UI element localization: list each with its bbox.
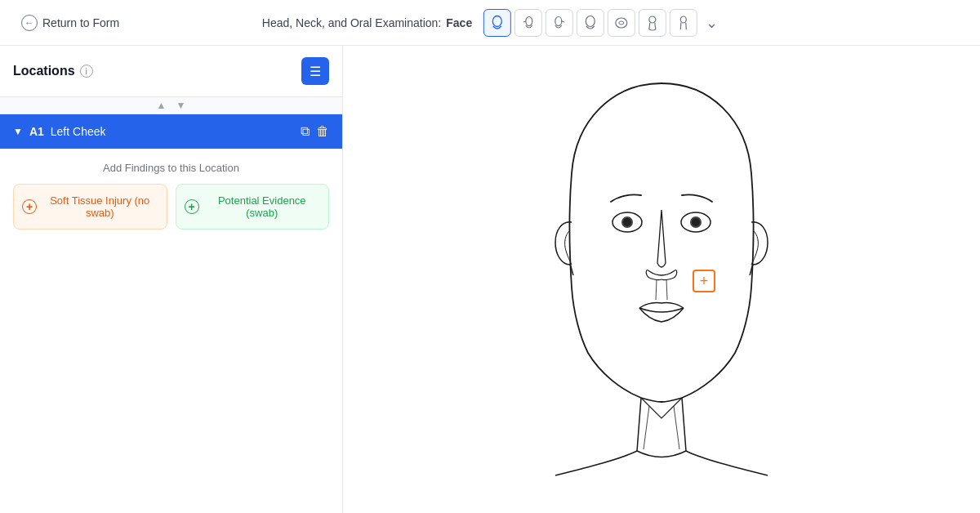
view-icons	[483, 9, 697, 37]
potential-evidence-plus-icon: +	[185, 199, 199, 214]
locations-title: Locations	[13, 64, 75, 78]
svg-point-15	[692, 218, 700, 226]
svg-point-8	[649, 16, 656, 23]
location-marker-a1[interactable]: +	[693, 270, 715, 292]
return-icon: ←	[21, 15, 38, 31]
sidebar-header: Locations i ☰	[0, 46, 342, 97]
header-center: Head, Neck, and Oral Examination: Face	[262, 9, 718, 37]
view-face-button[interactable]	[483, 9, 511, 37]
findings-buttons: + Soft Tissue Injury (no swab) + Potenti…	[13, 184, 329, 230]
potential-evidence-label: Potential Evidence (swab)	[204, 194, 321, 219]
sidebar: Locations i ☰ ▲ ▼ ▼ A1 Left Cheek ⧉ 🗑 Ad…	[0, 46, 343, 513]
svg-point-1	[526, 16, 532, 25]
svg-point-12	[623, 218, 631, 226]
sidebar-header-left: Locations i	[13, 64, 93, 78]
location-id: A1	[29, 125, 44, 138]
view-side-left-button[interactable]	[514, 9, 542, 37]
soft-tissue-plus-icon: +	[22, 199, 37, 214]
svg-point-0	[493, 16, 502, 26]
exam-label: Face	[446, 16, 472, 29]
svg-point-3	[555, 16, 562, 25]
soft-tissue-injury-button[interactable]: + Soft Tissue Injury (no swab)	[13, 184, 167, 230]
marker-symbol: +	[700, 273, 709, 290]
location-item-a1[interactable]: ▼ A1 Left Cheek ⧉ 🗑	[0, 114, 342, 149]
svg-point-9	[681, 16, 687, 23]
scroll-up-button[interactable]: ▲	[157, 100, 167, 111]
location-name: Left Cheek	[51, 125, 106, 138]
return-label: Return to Form	[42, 16, 119, 29]
location-chevron-icon: ▼	[13, 126, 23, 137]
info-icon: i	[80, 65, 93, 78]
view-neck-front-button[interactable]	[639, 9, 666, 37]
scroll-controls: ▲ ▼	[0, 97, 342, 114]
svg-point-7	[619, 21, 624, 25]
main: Locations i ☰ ▲ ▼ ▼ A1 Left Cheek ⧉ 🗑 Ad…	[0, 46, 980, 513]
face-diagram-svg	[506, 59, 817, 500]
potential-evidence-button[interactable]: + Potential Evidence (swab)	[176, 184, 330, 230]
sidebar-menu-button[interactable]: ☰	[301, 57, 329, 85]
svg-point-6	[616, 18, 627, 28]
view-back-button[interactable]	[577, 9, 604, 37]
location-actions: ⧉ 🗑	[301, 124, 329, 139]
findings-area: Add Findings to this Location + Soft Tis…	[0, 149, 342, 243]
view-side-right-button[interactable]	[546, 9, 573, 37]
view-neck-side-button[interactable]	[670, 9, 697, 37]
location-delete-button[interactable]: 🗑	[316, 124, 329, 139]
soft-tissue-label: Soft Tissue Injury (no swab)	[42, 194, 158, 219]
header: ← Return to Form Head, Neck, and Oral Ex…	[0, 0, 980, 46]
svg-point-5	[586, 16, 595, 26]
header-chevron-button[interactable]: ⌄	[706, 14, 718, 32]
location-left: ▼ A1 Left Cheek	[13, 125, 106, 138]
face-svg-wrapper: +	[506, 59, 817, 500]
face-diagram-content: +	[343, 46, 980, 513]
exam-title: Head, Neck, and Oral Examination:	[262, 16, 441, 29]
location-copy-button[interactable]: ⧉	[301, 124, 310, 139]
findings-label: Add Findings to this Location	[13, 162, 329, 174]
view-top-button[interactable]	[608, 9, 635, 37]
scroll-down-button[interactable]: ▼	[176, 100, 186, 111]
return-to-form-button[interactable]: ← Return to Form	[13, 10, 127, 36]
